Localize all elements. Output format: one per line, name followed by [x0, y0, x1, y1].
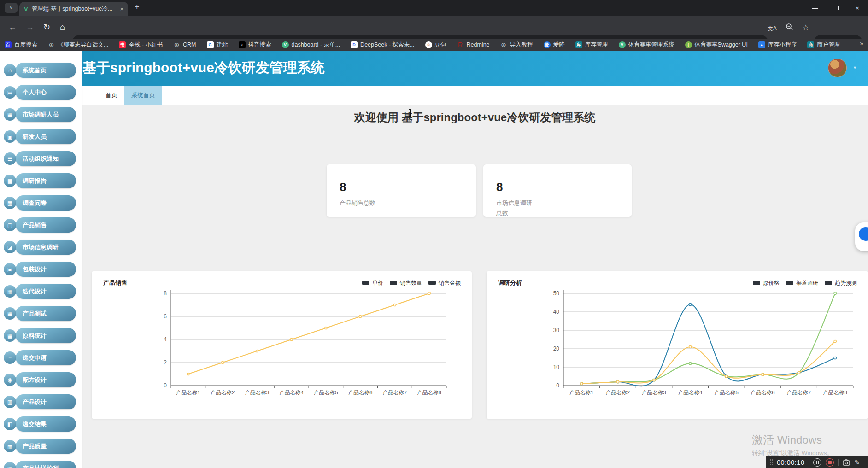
reload-icon[interactable]: ↻	[43, 22, 50, 33]
bookmark-item[interactable]: G建站	[207, 41, 228, 49]
grid-icon[interactable]: ▦	[4, 307, 16, 320]
sidebar-item-迭代设计[interactable]: 迭代设计	[16, 284, 76, 299]
sidebar-item-产品质量[interactable]: 产品质量	[16, 439, 76, 454]
bookmarks-overflow-icon[interactable]: »	[860, 40, 863, 47]
monitor-icon[interactable]: ▣	[4, 130, 16, 143]
bookmark-favicon-icon: ♪	[239, 41, 246, 48]
close-button[interactable]: ×	[847, 0, 868, 16]
sidebar-item-产品测试[interactable]: 产品测试	[16, 306, 76, 321]
id-card-icon[interactable]: ▤	[4, 86, 16, 99]
minimize-button[interactable]: —	[804, 0, 826, 16]
bookmark-label: 商户管理	[817, 41, 840, 49]
svg-text:0: 0	[556, 382, 559, 389]
bookmark-item[interactable]: ♪抖音搜索	[239, 41, 271, 49]
grid-icon[interactable]: ▦	[4, 197, 16, 209]
grid-icon[interactable]: ▦	[4, 329, 16, 342]
tab-close-icon[interactable]: ×	[120, 6, 123, 12]
grid-icon[interactable]: ▦	[4, 175, 16, 187]
sidebar-item-配方设计[interactable]: 配方设计	[16, 372, 76, 387]
legend-item[interactable]: 单价	[362, 279, 383, 287]
book-icon[interactable]: ◧	[4, 418, 16, 430]
bookmark-item[interactable]: 书全栈 - 小红书	[119, 41, 163, 49]
drag-handle[interactable]	[769, 459, 773, 466]
bookmark-item[interactable]: ⊕CRM	[173, 41, 196, 48]
legend-item[interactable]: 销售数量	[390, 279, 422, 287]
avatar[interactable]	[828, 58, 847, 77]
tab-home[interactable]: 首页	[99, 86, 124, 105]
sidebar-item-产品销售[interactable]: 产品销售	[16, 217, 76, 233]
chat-icon[interactable]: ▢	[4, 219, 16, 231]
bookmark-star-icon[interactable]: ☆	[803, 23, 809, 32]
legend-swatch-icon	[786, 281, 793, 285]
bookmark-favicon-icon: G	[207, 41, 214, 48]
sidebar-item-包装设计[interactable]: 包装设计	[16, 262, 76, 277]
bookmark-favicon-icon: ▲	[758, 41, 765, 48]
bookmark-item[interactable]: {体育赛事Swagger UI	[685, 41, 748, 49]
bookmark-item[interactable]: ☺豆包	[425, 41, 446, 49]
tab-system-home[interactable]: 系统首页	[124, 86, 162, 105]
grid-icon[interactable]: ▦	[4, 462, 16, 468]
sidebar-item-系统首页[interactable]: 系统首页	[16, 63, 76, 78]
tab-search-icon[interactable]: ˅	[5, 3, 18, 13]
translate-icon[interactable]: 文A	[768, 25, 777, 33]
sidebar-item-研发人员[interactable]: 研发人员	[16, 129, 76, 144]
sidebar-item: ▦调查问卷	[0, 195, 82, 211]
bookmark-item[interactable]: V体育赛事管理系统	[619, 41, 674, 49]
sidebar-item-产品抽样检测[interactable]: 产品抽样检测	[16, 461, 76, 468]
legend-item[interactable]: 原价格	[753, 279, 780, 287]
bookmark-item[interactable]: 爱爱降	[544, 41, 565, 49]
sidebar-item-调研报告[interactable]: 调研报告	[16, 173, 76, 188]
line-chart-research-analysis: 01020304050产品名称1产品名称2产品名称3产品名称4产品名称5产品名称…	[487, 287, 868, 415]
browser-tab[interactable]: V 管理端-基于springboot+vue冷... ×	[19, 2, 128, 16]
divider	[809, 459, 809, 466]
sidebar-item-递交结果[interactable]: 递交结果	[16, 416, 76, 432]
maximize-button[interactable]	[826, 0, 847, 16]
chart-icon[interactable]: ◪	[4, 241, 16, 253]
pencil-icon[interactable]: ✎	[854, 459, 860, 466]
sidebar-item-个人中心[interactable]: 个人中心	[16, 85, 76, 100]
bookmark-label: 体育赛事管理系统	[628, 41, 674, 49]
user-icon[interactable]: ◉	[4, 374, 16, 386]
grid-icon[interactable]: ▦	[4, 285, 16, 298]
bookmark-favicon-icon: R	[457, 41, 464, 48]
forward-icon[interactable]: →	[26, 22, 34, 33]
bookmark-item[interactable]: ⊕导入教程	[500, 41, 533, 49]
home-icon[interactable]: ⌂	[4, 64, 16, 76]
back-icon[interactable]: ←	[8, 22, 17, 33]
sidebar-item-产品设计[interactable]: 产品设计	[16, 394, 76, 410]
sliders-icon[interactable]: ≡	[4, 351, 16, 364]
sidebar-item-市场调研人员[interactable]: 市场调研人员	[16, 107, 76, 122]
stop-button[interactable]	[826, 458, 834, 467]
legend-item[interactable]: 趋势预测	[825, 279, 857, 287]
pause-button[interactable]	[813, 458, 821, 467]
sidebar-item-调查问卷[interactable]: 调查问卷	[16, 195, 76, 211]
bookmark-item[interactable]: ▲库存小程序	[758, 41, 797, 49]
new-tab-button[interactable]: +	[135, 2, 140, 12]
home-icon[interactable]: ⌂	[60, 22, 65, 33]
legend-item[interactable]: 销售金额	[428, 279, 461, 287]
avatar-caret-icon[interactable]: ▼	[853, 65, 857, 70]
bookmark-item[interactable]: 商商户管理	[807, 41, 840, 49]
grid-icon[interactable]: ▦	[4, 108, 16, 121]
monitor-icon[interactable]: ▣	[4, 263, 16, 275]
grid-icon[interactable]: ▦	[4, 440, 16, 452]
bookmark-item[interactable]: RRedmine	[457, 41, 490, 48]
camera-icon[interactable]	[843, 459, 850, 466]
bookmark-item[interactable]: Vdashboard - 录单...	[282, 41, 340, 49]
table-icon[interactable]: ▥	[4, 396, 16, 408]
sidebar-item-递交申请[interactable]: 递交申请	[16, 350, 76, 365]
bookmark-item[interactable]: 库库存管理	[575, 41, 608, 49]
sidebar-item-活动组织通知[interactable]: 活动组织通知	[16, 151, 76, 166]
sidebar-item-原料统计[interactable]: 原料统计	[16, 328, 76, 343]
list-icon[interactable]: ☰	[4, 152, 16, 165]
bookmark-item[interactable]: DDeepSeek - 探索未...	[351, 41, 414, 49]
bookmark-item[interactable]: 百百度搜索	[5, 41, 37, 49]
legend-item[interactable]: 渠道调研	[786, 279, 818, 287]
screen-recorder-toolbar: 00:00:10 ✎	[766, 456, 868, 468]
svg-text:10: 10	[553, 364, 560, 370]
floating-extension-button[interactable]	[855, 222, 868, 251]
bookmark-favicon-icon: {	[685, 41, 692, 48]
bookmark-item[interactable]: ⊕《聊斋志异白话文...	[48, 41, 108, 49]
sidebar-item-市场信息调研[interactable]: 市场信息调研	[16, 240, 76, 255]
zoom-out-icon[interactable]	[786, 23, 793, 33]
